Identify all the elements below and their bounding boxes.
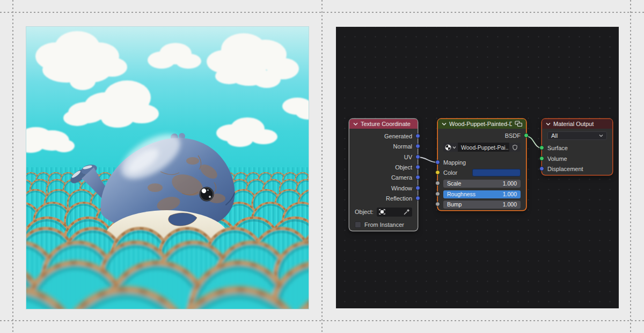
chevron-down-icon	[452, 146, 456, 149]
node-title: Texture Coordinate	[361, 121, 414, 127]
bump-slider[interactable]: Bump1.000	[443, 201, 521, 209]
from-instancer-checkbox[interactable]	[355, 221, 361, 228]
render-preview-panel	[26, 27, 309, 309]
eyedropper-icon[interactable]	[404, 209, 410, 215]
input-label: Color	[443, 169, 457, 176]
node-group-wood-puppet[interactable]: Wood-Puppet-Painted-Da... BSDF Wood-Pupp…	[438, 119, 526, 210]
socket-color-input[interactable]	[435, 170, 440, 175]
material-sphere-icon	[445, 144, 451, 151]
socket-bump-input[interactable]	[435, 202, 440, 206]
socket-bsdf-output[interactable]	[524, 133, 529, 138]
node-header[interactable]: Wood-Puppet-Painted-Da...	[438, 119, 526, 129]
output-label: UV	[404, 154, 412, 160]
color-swatch[interactable]	[472, 169, 521, 176]
socket-generated-output[interactable]	[415, 134, 420, 138]
scale-slider[interactable]: Scale1.000	[443, 180, 521, 188]
socket-window-output[interactable]	[415, 186, 420, 190]
socket-displacement-input[interactable]	[539, 166, 544, 171]
chevron-down-icon[interactable]	[442, 122, 447, 126]
node-texture-coordinate[interactable]: Texture Coordinate Generated Normal UV O…	[349, 119, 418, 231]
output-target-dropdown[interactable]: All	[547, 131, 607, 140]
input-label: Displacement	[547, 166, 583, 172]
whale-scene	[26, 27, 309, 309]
guide-center	[321, 0, 323, 333]
object-label: Object:	[355, 209, 374, 215]
chevron-down-icon[interactable]	[546, 122, 551, 126]
socket-scale-input[interactable]	[435, 181, 440, 186]
output-label: BSDF	[505, 132, 521, 139]
socket-object-output[interactable]	[415, 165, 420, 169]
chevron-down-icon[interactable]	[353, 122, 358, 126]
socket-uv-output[interactable]	[415, 154, 420, 159]
chevron-down-icon	[599, 134, 603, 137]
input-label: Surface	[547, 145, 568, 151]
shield-icon	[512, 144, 518, 151]
object-data-icon	[379, 209, 385, 215]
material-name-field[interactable]: Wood-Puppet-Pai..	[458, 143, 509, 152]
node-group-icon	[515, 121, 522, 127]
waves-front	[26, 228, 309, 309]
roughness-slider[interactable]: Roughness1.000	[443, 190, 521, 198]
material-selector: Wood-Puppet-Pai..	[443, 143, 521, 152]
socket-surface-input[interactable]	[539, 145, 544, 150]
node-title: Material Output	[553, 121, 609, 127]
browse-material-button[interactable]	[443, 143, 458, 152]
input-label: Mapping	[443, 159, 466, 166]
output-label: Object	[395, 164, 412, 171]
node-header[interactable]: Material Output	[542, 119, 612, 129]
output-label: Generated	[384, 133, 412, 139]
fake-user-shield-button[interactable]	[509, 143, 521, 152]
output-label: Normal	[393, 143, 412, 150]
object-picker-field[interactable]	[377, 208, 412, 217]
output-label: Window	[391, 185, 412, 191]
socket-reflection-output[interactable]	[415, 196, 420, 201]
socket-normal-output[interactable]	[415, 144, 420, 149]
output-label: Camera	[391, 174, 412, 181]
socket-camera-output[interactable]	[415, 175, 420, 180]
node-material-output[interactable]: Material Output All Surface Volume Displ…	[542, 119, 612, 175]
node-title: Wood-Puppet-Painted-Da...	[449, 121, 512, 127]
guide-right	[630, 0, 631, 333]
node-header[interactable]: Texture Coordinate	[349, 119, 418, 129]
node-editor[interactable]: Texture Coordinate Generated Normal UV O…	[336, 27, 619, 308]
from-instancer-label: From Instancer	[364, 221, 404, 228]
socket-mapping-input[interactable]	[435, 160, 440, 165]
socket-volume-input[interactable]	[539, 156, 544, 161]
whale-eye	[200, 187, 214, 202]
input-label: Volume	[547, 156, 567, 162]
socket-roughness-input[interactable]	[435, 191, 440, 196]
output-label: Reflection	[386, 195, 412, 202]
asset-preview-page: { "scene_preview": { "description": "Sty…	[0, 0, 644, 333]
guide-left	[12, 0, 13, 333]
